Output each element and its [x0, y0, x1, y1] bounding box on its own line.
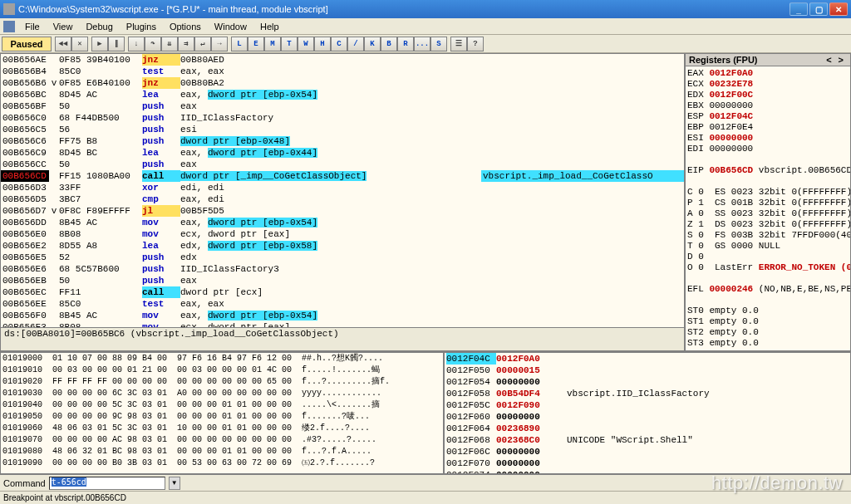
stack-pane[interactable]: 0012F04C0012F0A00012F050000000150012F054…: [444, 352, 851, 474]
disasm-row[interactable]: 00B656CDFF15 1080BA00calldword ptr [_imp…: [1, 170, 684, 182]
view-m-button[interactable]: M: [264, 37, 281, 51]
command-input[interactable]: t-656cd: [49, 477, 165, 490]
disasm-row[interactable]: 00B656EE85C0testeax, eax: [1, 298, 684, 310]
watermark: http://demon.tw: [711, 472, 843, 494]
disasm-row[interactable]: 00B656C068 F44DB500pushIID_IClassFactory: [1, 112, 684, 124]
toolbar: Paused ◄◄ ✕ ▶ ∥ ↓ ↷ ⇊ ⇉ ↵ → LEMTWHC/KBR.…: [0, 35, 851, 53]
view-k-button[interactable]: K: [364, 37, 381, 51]
step-into-button[interactable]: ↓: [128, 37, 145, 51]
menu-options[interactable]: Options: [163, 20, 208, 33]
restart-button[interactable]: ◄◄: [55, 37, 71, 51]
disasm-row[interactable]: 00B656D53BC7cmpeax, edi: [1, 193, 684, 205]
minimize-button[interactable]: _: [790, 2, 808, 16]
disasm-row[interactable]: 00B656E28D55 A8leaedx, dword ptr [ebp-0x…: [1, 240, 684, 252]
paused-indicator: Paused: [2, 37, 52, 51]
disasm-row[interactable]: 00B656C6FF75 B8pushdword ptr [ebp-0x48]: [1, 135, 684, 147]
disasm-row[interactable]: 00B656AE0F85 39B40100jnz00B80AED: [1, 54, 684, 66]
disasm-row[interactable]: 00B656ECFF11calldword ptr [ecx]: [1, 286, 684, 298]
menu-file[interactable]: File: [18, 20, 47, 33]
app-icon: [3, 3, 15, 15]
menu-bar: FileViewDebugPluginsOptionsWindowHelp: [0, 18, 851, 35]
view-e-button[interactable]: E: [248, 37, 264, 51]
view-t-button[interactable]: T: [281, 37, 298, 51]
close-button-tb[interactable]: ✕: [71, 37, 88, 51]
disasm-row[interactable]: 00B656D333FFxoredi, edi: [1, 182, 684, 193]
view-l-button[interactable]: L: [231, 37, 248, 51]
menu-debug[interactable]: Debug: [79, 20, 119, 33]
doc-icon: [3, 21, 15, 32]
disasm-row[interactable]: 00B656BF50pusheax: [1, 100, 684, 112]
view-...-button[interactable]: ...: [414, 37, 430, 51]
execute-till-return-button[interactable]: ↵: [194, 37, 211, 51]
help-button[interactable]: ?: [467, 37, 484, 51]
disasm-row[interactable]: 00B656E668 5C57B600pushIID_IClassFactory…: [1, 263, 684, 275]
run-button[interactable]: ▶: [91, 37, 108, 51]
disasm-row[interactable]: 00B656CC50pusheax: [1, 159, 684, 170]
disasm-row[interactable]: 00B656EB50pusheax: [1, 275, 684, 286]
hex-dump-pane[interactable]: 01019000 01 10 07 00 88 09 B4 00 97 F6 1…: [0, 352, 444, 474]
view-s-button[interactable]: S: [430, 37, 447, 51]
disasm-row[interactable]: 00B656B6v0F85 E6B40100jnz00B80BA2: [1, 77, 684, 89]
disassembly-pane: 00B656AE0F85 39B40100jnz00B80AED00B656B4…: [0, 53, 685, 351]
disasm-row[interactable]: 00B656DD8B45 ACmoveax, dword ptr [ebp-0x…: [1, 217, 684, 228]
disasm-row[interactable]: 00B656C556pushesi: [1, 124, 684, 135]
command-label: Command: [3, 478, 46, 488]
view-/-button[interactable]: /: [347, 37, 364, 51]
status-text: Breakpoint at vbscript.00B656CD: [3, 493, 126, 502]
menu-view[interactable]: View: [47, 20, 80, 33]
view-w-button[interactable]: W: [298, 37, 314, 51]
registers-title: Registers (FPU): [689, 55, 758, 65]
reg-prev-button[interactable]: <: [823, 55, 834, 65]
reg-next-button[interactable]: >: [835, 55, 847, 65]
disasm-row[interactable]: 00B656E08B08movecx, dword ptr [eax]: [1, 228, 684, 240]
window-title: C:\Windows\System32\wscript.exe - [*G.P.…: [18, 4, 790, 14]
view-c-button[interactable]: C: [331, 37, 347, 51]
registers-pane: Registers (FPU) < > EAX 0012F0A0ECX 0023…: [685, 53, 851, 351]
maximize-button[interactable]: ▢: [809, 2, 828, 16]
settings-button[interactable]: ☰: [450, 37, 467, 51]
goto-button[interactable]: →: [211, 37, 228, 51]
close-button[interactable]: ✕: [829, 2, 848, 16]
disasm-row[interactable]: 00B656BC8D45 ACleaeax, dword ptr [ebp-0x…: [1, 89, 684, 100]
trace-over-button[interactable]: ⇉: [178, 37, 194, 51]
step-over-button[interactable]: ↷: [145, 37, 161, 51]
trace-into-button[interactable]: ⇊: [161, 37, 178, 51]
menu-window[interactable]: Window: [208, 20, 253, 33]
pause-button[interactable]: ∥: [108, 37, 125, 51]
menu-help[interactable]: Help: [253, 20, 286, 33]
view-r-button[interactable]: R: [397, 37, 414, 51]
disasm-row[interactable]: 00B656B485C0testeax, eax: [1, 66, 684, 77]
info-line: ds:[00BA8010]=00B65BC6 (vbscript._imp_lo…: [1, 327, 684, 350]
menu-plugins[interactable]: Plugins: [120, 20, 163, 33]
disasm-row[interactable]: 00B656E552pushedx: [1, 252, 684, 263]
view-b-button[interactable]: B: [381, 37, 397, 51]
command-dropdown[interactable]: ▼: [169, 477, 180, 490]
disasm-row[interactable]: 00B656C98D45 BCleaeax, dword ptr [ebp-0x…: [1, 147, 684, 159]
disasm-row[interactable]: 00B656F08B45 ACmoveax, dword ptr [ebp-0x…: [1, 310, 684, 321]
disasm-row[interactable]: 00B656F38B08movecx, dword ptr [eax]: [1, 321, 684, 327]
disasm-row[interactable]: 00B656D7v0F8C F89EFFFFjl00B5F5D5: [1, 205, 684, 217]
view-h-button[interactable]: H: [314, 37, 331, 51]
